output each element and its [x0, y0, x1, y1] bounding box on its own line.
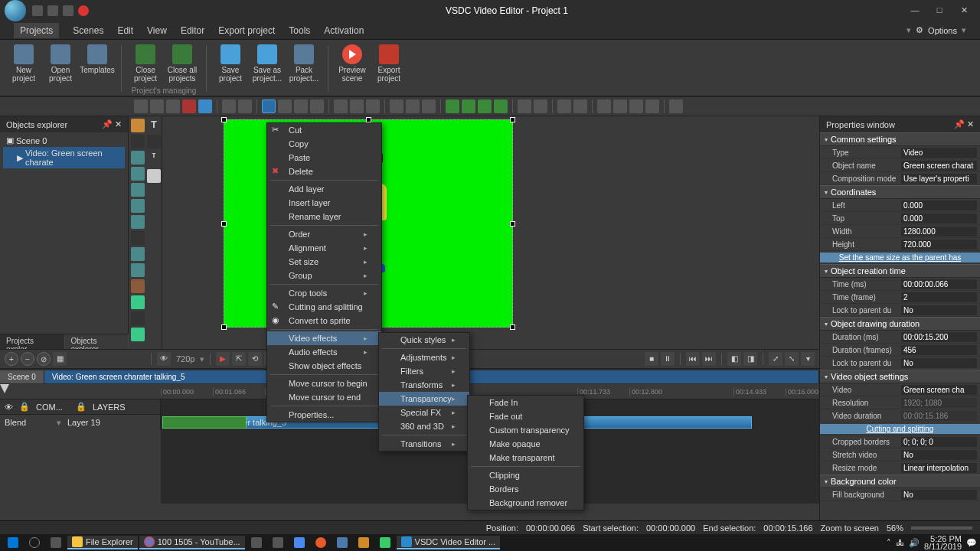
panel-pin-icon[interactable]: 📌 ✕ [954, 119, 974, 129]
shape-tool-icon[interactable] [131, 263, 145, 277]
save-as-button[interactable]: Save as project... [250, 43, 285, 84]
menu-item-make-opaque[interactable]: Make opaque [468, 437, 583, 451]
taskbar-file-explorer[interactable]: File Explorer [67, 536, 138, 549]
shape-tool-icon[interactable] [131, 183, 145, 197]
redo-icon[interactable] [238, 99, 252, 113]
order-icon[interactable] [446, 99, 459, 113]
menu-item-transforms[interactable]: Transforms [379, 378, 469, 392]
top-value[interactable]: 0.000 [901, 214, 977, 223]
gear-icon[interactable]: ⚙ [916, 25, 923, 35]
align-icon[interactable] [350, 99, 364, 113]
menu-item-cutting-and-splitting[interactable]: ✎Cutting and splitting [267, 300, 381, 314]
distribute-icon[interactable] [422, 99, 436, 113]
menu-item-video-effects[interactable]: Video effects [267, 331, 381, 345]
chart-tool-icon[interactable] [131, 119, 145, 132]
clip-overlay[interactable] [162, 416, 247, 429]
group-icon[interactable] [518, 99, 531, 113]
group-icon[interactable] [534, 99, 547, 113]
tc-button[interactable]: ⤢ [769, 352, 782, 366]
menu-editor[interactable]: Editor [181, 25, 204, 36]
tool-icon[interactable] [597, 99, 611, 113]
play-button[interactable]: ▶ [216, 352, 230, 366]
menu-item-make-transparent[interactable]: Make transparent [468, 451, 583, 465]
taskbar-app[interactable] [311, 536, 331, 549]
track-row[interactable]: Blend ▾ Layer 19 [0, 415, 161, 430]
menu-item-copy[interactable]: Copy [267, 137, 381, 151]
text-tool-icon[interactable]: T [147, 119, 161, 132]
tray-volume-icon[interactable]: 🔊 [909, 538, 920, 548]
section-video[interactable]: Video object settings [820, 370, 980, 383]
tool-icon[interactable] [613, 99, 627, 113]
distribute-icon[interactable] [390, 99, 403, 113]
scene-tab[interactable]: Scene 0 [0, 370, 44, 383]
tool-icon[interactable] [198, 99, 212, 113]
tray-notification-icon[interactable]: 💬 [966, 538, 977, 548]
section-drawing[interactable]: Object drawing duration [820, 317, 980, 331]
save-project-button[interactable]: Save project [213, 43, 248, 84]
start-button[interactable] [3, 536, 23, 549]
menu-item-transitions[interactable]: Transitions [379, 437, 469, 451]
move-tool-icon[interactable] [131, 311, 145, 325]
search-button[interactable] [24, 536, 44, 549]
paste-icon[interactable] [166, 99, 180, 113]
shape-tool-icon[interactable] [131, 167, 145, 181]
menu-item-fade-out[interactable]: Fade out [468, 409, 583, 423]
tc-button[interactable]: ⊘ [37, 352, 51, 366]
menu-item-adjustments[interactable]: Adjustments [379, 350, 469, 364]
tc-button[interactable]: ⟲ [248, 352, 262, 366]
undo-icon[interactable] [222, 99, 236, 113]
menu-item-show-object-effects[interactable]: Show object effects [267, 359, 381, 373]
line-tool-icon[interactable] [131, 231, 145, 245]
menu-export[interactable]: Export project [218, 25, 275, 36]
tab-objects-explorer[interactable]: Objects explorer [65, 334, 129, 349]
menu-item-rename-layer[interactable]: Rename layer [267, 210, 381, 223]
tray-chevron-icon[interactable]: ˄ [887, 538, 891, 548]
order-icon[interactable] [478, 99, 492, 113]
tc-button[interactable]: ⇱ [232, 352, 246, 366]
shape-tool-icon[interactable] [131, 215, 145, 229]
cutting-splitting-link[interactable]: Cutting and splitting [820, 424, 980, 434]
tc-button[interactable]: ⤡ [785, 352, 799, 366]
resolution-label[interactable]: 720p [173, 354, 198, 364]
menu-item-filters[interactable]: Filters [379, 364, 469, 378]
same-size-link[interactable]: Set the same size as the parent has [820, 253, 980, 262]
menu-edit[interactable]: Edit [117, 25, 133, 36]
grid-tool-icon[interactable] [131, 279, 145, 293]
taskbar-vsdc[interactable]: VSDC Video Editor ... [397, 536, 501, 549]
align-icon[interactable] [334, 99, 348, 113]
lock-icon[interactable]: 🔒 [19, 402, 30, 412]
delete-icon[interactable] [182, 99, 196, 113]
menu-item-audio-effects[interactable]: Audio effects [267, 345, 381, 359]
shape-tool-icon[interactable] [131, 151, 145, 165]
menu-projects[interactable]: Projects [14, 23, 59, 38]
tree-scene[interactable]: ▣Scene 0 [3, 134, 125, 147]
panel-close-icon[interactable]: 📌 ✕ [102, 119, 122, 129]
menu-activation[interactable]: Activation [324, 25, 364, 36]
align-icon[interactable] [294, 99, 308, 113]
prev-button[interactable]: ⏮ [686, 352, 700, 366]
menu-item-move-cursor-to-begin[interactable]: Move cursor to begin [267, 377, 381, 390]
shape-tool-icon[interactable] [131, 295, 145, 309]
next-button[interactable]: ⏭ [702, 352, 716, 366]
taskbar-app[interactable] [354, 536, 374, 549]
qa-icon[interactable] [47, 5, 58, 16]
remove-button[interactable]: − [21, 352, 34, 366]
open-project-button[interactable]: Open project [43, 43, 78, 84]
menu-view[interactable]: View [147, 25, 167, 36]
tool-icon[interactable] [645, 99, 659, 113]
left-value[interactable]: 0.000 [901, 201, 977, 210]
tool-icon[interactable] [557, 99, 571, 113]
shape-tool-icon[interactable] [131, 199, 145, 213]
taskbar-chrome[interactable]: 100 1505 - YouTube... [139, 536, 245, 549]
new-project-button[interactable]: New project [6, 43, 41, 84]
align-icon[interactable] [278, 99, 292, 113]
distribute-icon[interactable] [406, 99, 420, 113]
menu-item-cut[interactable]: ✂Cut [267, 123, 381, 137]
tree-video-item[interactable]: ▶Video: Green screen charate [3, 147, 125, 168]
eye-icon[interactable]: 👁 [5, 403, 13, 412]
pause-button[interactable]: ⏸ [661, 352, 675, 366]
taskbar-app[interactable] [289, 536, 309, 549]
menu-item-clipping[interactable]: Clipping [468, 468, 583, 482]
close-button[interactable]: ✕ [959, 5, 969, 16]
menu-item-borders[interactable]: Borders [468, 482, 583, 496]
